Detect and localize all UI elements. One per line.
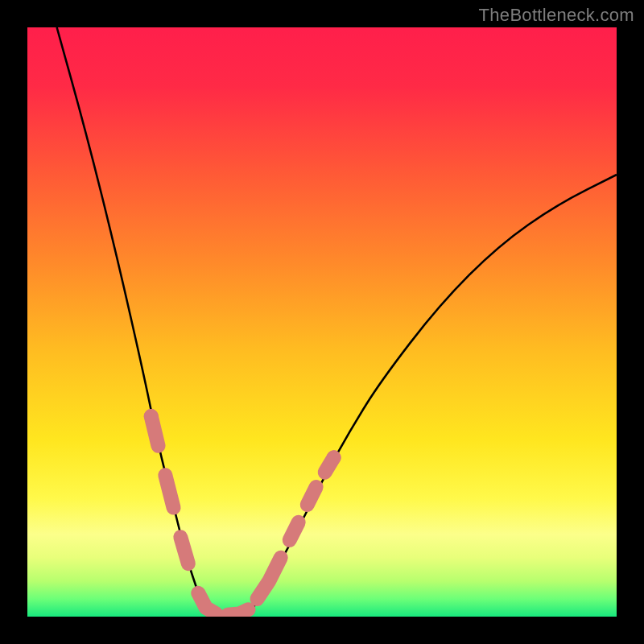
marker-pill <box>290 522 299 540</box>
marker-pill <box>257 558 280 599</box>
marker-pill <box>198 593 216 614</box>
watermark-text: TheBottleneck.com <box>479 5 634 26</box>
bottleneck-curve <box>27 27 617 617</box>
plot-area <box>27 27 617 617</box>
marker-pill <box>308 487 316 505</box>
marker-pill <box>180 537 188 564</box>
curve-path <box>57 27 617 617</box>
marker-pill <box>165 475 173 507</box>
marker-group <box>144 409 341 615</box>
marker-dot <box>327 450 341 464</box>
marker-pill <box>228 609 249 615</box>
chart-stage: TheBottleneck.com <box>0 0 644 644</box>
marker-dot <box>144 409 159 423</box>
